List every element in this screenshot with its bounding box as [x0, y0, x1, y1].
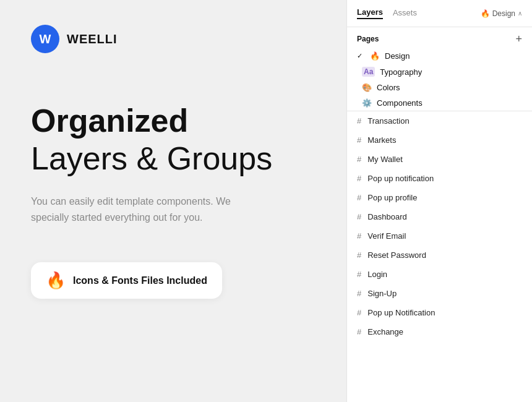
- chevron-up-icon: ∧: [518, 10, 522, 17]
- layer-name: Exchange: [367, 327, 403, 336]
- right-panel: Layers Assets 🔥 Design ∧ Pages + ✓ 🔥 Des…: [346, 0, 532, 402]
- page-item-typography[interactable]: Aa Typography: [347, 64, 532, 80]
- layer-item[interactable]: # Reset Password: [347, 246, 532, 265]
- hash-icon: #: [357, 289, 361, 298]
- panel-header: Layers Assets 🔥 Design ∧: [347, 0, 532, 27]
- hero-description: You can easily edit template components.…: [31, 194, 266, 225]
- page-typography-label: Typography: [380, 67, 422, 77]
- layer-item[interactable]: # Pop up notification: [347, 169, 532, 188]
- layer-item[interactable]: # Login: [347, 265, 532, 284]
- badge: 🔥 Icons & Fonts Files Included: [31, 262, 222, 299]
- hash-icon: #: [357, 212, 361, 221]
- layer-name: Pop up profile: [367, 193, 417, 202]
- hash-icon: #: [357, 174, 361, 183]
- hash-icon: #: [357, 327, 361, 336]
- layer-name: Pop up Notification: [367, 308, 435, 317]
- page-components-label: Components: [377, 98, 423, 108]
- layer-name: Markets: [367, 135, 396, 145]
- layer-item[interactable]: # Pop up profile: [347, 188, 532, 207]
- hash-icon: #: [357, 231, 361, 241]
- page-colors-label: Colors: [377, 83, 400, 92]
- logo-text: WEELLI: [67, 32, 118, 46]
- page-design-label: Design: [385, 51, 410, 61]
- hash-icon: #: [357, 250, 361, 260]
- page-item-colors[interactable]: 🎨 Colors: [347, 80, 532, 95]
- layer-name: Pop up notification: [367, 174, 434, 183]
- layer-item[interactable]: # My Wallet: [347, 150, 532, 169]
- layer-name: Reset Password: [367, 250, 426, 260]
- design-badge[interactable]: 🔥 Design ∧: [481, 9, 522, 18]
- page-item-design[interactable]: ✓ 🔥 Design: [347, 48, 532, 64]
- headline-bold: Organized: [31, 103, 315, 139]
- layer-name: Dashboard: [367, 212, 407, 221]
- typography-emoji: Aa: [362, 67, 375, 77]
- hash-icon: #: [357, 308, 361, 317]
- page-design-emoji: 🔥: [370, 51, 380, 61]
- layer-item[interactable]: # Pop up Notification: [347, 303, 532, 322]
- tab-assets[interactable]: Assets: [393, 8, 417, 19]
- layer-name: Login: [367, 270, 387, 279]
- layer-item[interactable]: # Dashboard: [347, 207, 532, 226]
- logo-icon: W: [31, 25, 59, 53]
- layer-item[interactable]: # Verif Email: [347, 226, 532, 246]
- hash-icon: #: [357, 116, 361, 126]
- add-page-button[interactable]: +: [515, 33, 522, 45]
- tab-layers[interactable]: Layers: [357, 7, 383, 19]
- headline-normal: Layers & Groups: [31, 141, 315, 176]
- page-item-components[interactable]: ⚙️ Components: [347, 95, 532, 111]
- hash-icon: #: [357, 270, 361, 279]
- badge-text: Icons & Fonts Files Included: [73, 275, 207, 286]
- left-panel: W WEELLI Organized Layers & Groups You c…: [0, 0, 346, 402]
- layer-name: Sign-Up: [367, 289, 397, 298]
- layer-item[interactable]: # Exchange: [347, 322, 532, 341]
- hash-icon: #: [357, 155, 361, 164]
- layer-item[interactable]: # Transaction: [347, 111, 532, 130]
- layer-item[interactable]: # Markets: [347, 130, 532, 150]
- components-emoji: ⚙️: [362, 98, 372, 108]
- layers-list: # Transaction # Markets # My Wallet # Po…: [347, 111, 532, 402]
- logo-area: W WEELLI: [31, 25, 118, 53]
- layer-name: My Wallet: [367, 155, 403, 164]
- design-badge-label: 🔥 Design: [481, 9, 515, 18]
- layer-item[interactable]: # Sign-Up: [347, 284, 532, 303]
- pages-header: Pages +: [347, 27, 532, 48]
- layer-name: Transaction: [367, 116, 409, 126]
- layer-name: Verif Email: [367, 231, 406, 241]
- check-icon: ✓: [357, 52, 363, 60]
- pages-section: Pages + ✓ 🔥 Design Aa Typography 🎨 Color…: [347, 27, 532, 111]
- colors-emoji: 🎨: [362, 83, 372, 92]
- hash-icon: #: [357, 135, 361, 145]
- pages-label: Pages: [357, 35, 379, 43]
- hash-icon: #: [357, 193, 361, 202]
- hero-content: Organized Layers & Groups You can easily…: [31, 103, 315, 263]
- badge-icon: 🔥: [46, 271, 66, 290]
- panel-tabs: Layers Assets: [357, 7, 417, 19]
